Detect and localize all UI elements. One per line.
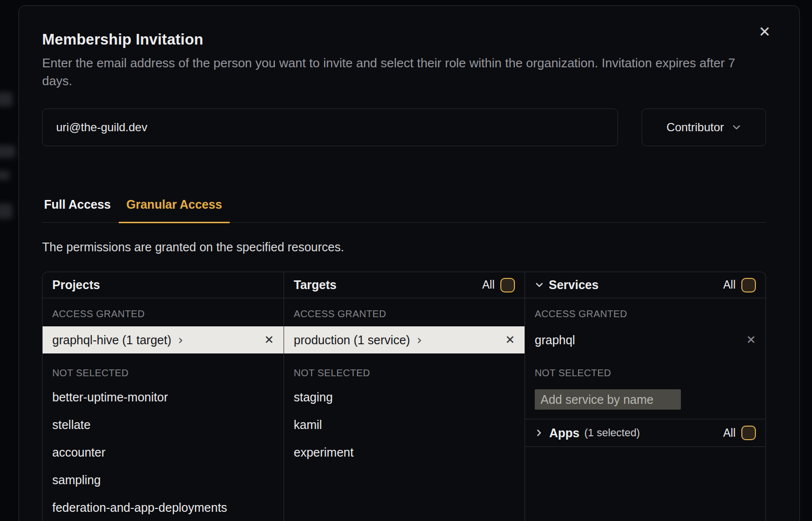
targets-column: Targets All ACCESS GRANTED production (1… [284,272,525,521]
project-item[interactable]: accounter [43,439,284,466]
services-body: ACCESS GRANTED graphql ✕ NOT SELECTED [525,308,766,419]
services-all-label: All [723,278,736,291]
project-item[interactable]: stellate [43,411,284,439]
resource-picker: Projects ACCESS GRANTED graphql-hive (1 … [42,272,766,521]
apps-all-group: All [723,426,756,440]
background-artifact [0,203,13,219]
services-all-group: All [723,278,756,292]
apps-all-checkbox[interactable] [741,426,756,440]
selected-project-row[interactable]: graphql-hive (1 target) › ✕ [43,326,284,353]
apps-label: Apps [549,426,580,440]
services-all-checkbox[interactable] [741,278,756,292]
selected-target-label: production (1 service) [294,333,410,347]
dialog-title: Membership Invitation [42,31,766,48]
remove-target-icon[interactable]: ✕ [505,333,515,347]
services-column: Services All ACCESS GRANTED graphql ✕ NO… [525,272,766,521]
permissions-note: The permissions are granted on the speci… [42,240,766,254]
access-granted-label: ACCESS GRANTED [52,308,274,320]
project-item[interactable]: federation-and-app-deployments [43,494,284,521]
chevron-down-icon [732,123,741,132]
project-item[interactable]: better-uptime-monitor [43,383,284,411]
not-selected-label: NOT SELECTED [52,367,274,379]
role-select-value: Contributor [666,121,724,134]
selected-project-label: graphql-hive (1 target) [52,333,171,347]
selected-target-row[interactable]: production (1 service) › ✕ [284,326,525,353]
projects-header-label: Projects [52,278,100,292]
chevron-right-icon [535,429,543,437]
add-service-input[interactable] [535,389,681,410]
access-tabs: Full Access Granular Access [42,198,766,223]
apps-section-row[interactable]: Apps (1 selected) All [525,419,766,447]
target-item[interactable]: experiment [284,439,525,466]
remove-project-icon[interactable]: ✕ [264,333,274,347]
background-artifact [0,170,10,180]
not-selected-label: NOT SELECTED [294,367,515,379]
access-granted-label: ACCESS GRANTED [535,308,756,320]
projects-list: better-uptime-monitor stellate accounter… [43,383,284,521]
apps-count-label: (1 selected) [585,427,640,439]
role-select[interactable]: Contributor [642,108,766,146]
not-selected-label: NOT SELECTED [535,367,756,379]
target-item[interactable]: staging [284,383,525,411]
selected-service-row[interactable]: graphql ✕ [525,326,766,353]
chevron-down-icon [535,280,544,290]
chevron-right-icon: › [178,334,183,346]
membership-invitation-dialog: ✕ Membership Invitation Enter the email … [18,5,800,521]
projects-column: Projects ACCESS GRANTED graphql-hive (1 … [43,272,284,521]
targets-list: staging kamil experiment [284,383,525,466]
project-item[interactable]: sampling [43,466,284,494]
targets-all-group: All [482,278,515,292]
chevron-right-icon: › [417,334,421,346]
services-header-label: Services [549,278,599,292]
access-granted-label: ACCESS GRANTED [294,308,515,320]
targets-header: Targets All [284,272,525,298]
close-icon[interactable]: ✕ [755,22,774,42]
invite-form-row: Contributor [42,108,766,146]
dialog-description: Enter the email address of the person yo… [42,54,766,90]
services-header[interactable]: Services All [525,272,766,298]
targets-all-checkbox[interactable] [500,278,515,292]
selected-service-label: graphql [535,333,575,347]
background-artifact [0,145,15,158]
tab-full-access[interactable]: Full Access [42,198,119,222]
apps-all-label: All [723,427,736,440]
projects-header: Projects [43,272,284,298]
email-input[interactable] [42,108,618,146]
target-item[interactable]: kamil [284,411,525,439]
targets-header-label: Targets [294,278,336,292]
remove-service-icon[interactable]: ✕ [746,333,756,347]
background-artifact [0,92,13,107]
tab-granular-access[interactable]: Granular Access [119,198,230,222]
targets-all-label: All [482,278,495,291]
